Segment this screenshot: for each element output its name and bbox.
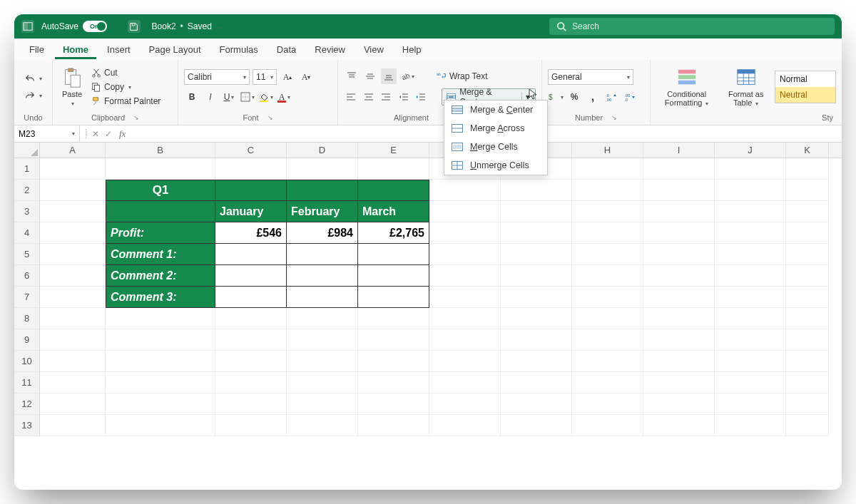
cell[interactable] [501, 265, 572, 287]
cell[interactable] [40, 180, 106, 201]
cell[interactable] [786, 180, 829, 201]
cell[interactable] [215, 415, 287, 436]
cell[interactable] [358, 415, 429, 436]
search-input[interactable]: Search [549, 18, 835, 35]
cell[interactable] [501, 201, 572, 222]
col-header[interactable]: I [643, 143, 715, 158]
cell[interactable] [786, 244, 829, 265]
fill-color-button[interactable]: ▾ [258, 89, 274, 105]
cell[interactable] [287, 372, 358, 394]
cell[interactable] [106, 351, 215, 372]
cell[interactable] [215, 244, 287, 265]
cell-profit-label[interactable]: Profit: [106, 222, 215, 244]
cell[interactable] [786, 351, 829, 372]
autosave-toggle[interactable]: AutoSave On [41, 21, 121, 32]
tab-home[interactable]: Home [55, 41, 96, 59]
cell[interactable] [715, 244, 786, 265]
decrease-font-button[interactable]: A▾ [298, 69, 314, 85]
cell[interactable] [106, 329, 215, 351]
cell[interactable] [215, 158, 287, 180]
cell[interactable] [501, 372, 572, 394]
cell[interactable] [40, 244, 106, 265]
number-format-dropdown[interactable]: General▾ [548, 69, 633, 85]
cell[interactable] [715, 180, 786, 201]
cell-month[interactable]: March [358, 201, 429, 222]
decrease-indent-button[interactable] [396, 89, 410, 105]
font-color-button[interactable]: A▾ [277, 89, 292, 105]
cell[interactable] [429, 287, 501, 308]
col-header[interactable]: J [715, 143, 786, 158]
col-header[interactable]: H [572, 143, 643, 158]
cell[interactable] [643, 244, 715, 265]
dialog-launcher-icon[interactable]: ↘ [611, 114, 617, 121]
cell[interactable] [715, 351, 786, 372]
cell[interactable] [643, 287, 715, 308]
cell[interactable] [358, 394, 429, 415]
cell[interactable] [786, 329, 829, 351]
row-header[interactable]: 8 [14, 308, 40, 329]
cell[interactable] [786, 308, 829, 329]
align-left-button[interactable] [344, 89, 358, 105]
tab-file[interactable]: File [21, 41, 52, 59]
cell[interactable] [572, 394, 643, 415]
cell[interactable] [786, 287, 829, 308]
menu-merge-cells[interactable]: Merge Cells [444, 138, 547, 156]
menu-merge-center[interactable]: Merge & Center [444, 101, 547, 119]
cell-comment-label[interactable]: Comment 1: [106, 244, 215, 265]
italic-button[interactable]: I [203, 89, 218, 105]
percent-format-button[interactable]: % [566, 89, 582, 105]
cell[interactable] [287, 329, 358, 351]
align-middle-button[interactable] [362, 68, 378, 84]
style-normal[interactable]: Normal [775, 71, 835, 87]
cell[interactable] [572, 201, 643, 222]
cell[interactable] [786, 201, 829, 222]
cell[interactable] [572, 222, 643, 244]
cell[interactable] [40, 372, 106, 394]
cell[interactable] [40, 201, 106, 222]
worksheet-grid[interactable]: A B C D E F G H I J K .col-headers .cF, … [14, 143, 842, 490]
cell[interactable] [501, 351, 572, 372]
cell[interactable] [287, 394, 358, 415]
wrap-text-button[interactable]: abWrap Text [435, 71, 489, 82]
cell[interactable] [643, 351, 715, 372]
cell[interactable] [358, 244, 429, 265]
decrease-decimal-button[interactable]: .00.0 [622, 89, 638, 105]
cell[interactable] [215, 329, 287, 351]
row-header[interactable]: 3 [14, 201, 40, 222]
document-title[interactable]: Book2 Saved ⌄ [152, 21, 222, 31]
cell[interactable] [215, 394, 287, 415]
cell-q1[interactable]: Q1 [106, 180, 215, 201]
cell[interactable] [358, 180, 429, 201]
cell[interactable] [429, 308, 501, 329]
cell[interactable] [106, 308, 215, 329]
dialog-launcher-icon[interactable]: ↘ [268, 114, 273, 121]
col-header[interactable]: A [40, 143, 106, 158]
row-header[interactable]: 4 [14, 222, 40, 244]
cell[interactable] [358, 351, 429, 372]
cell[interactable] [572, 265, 643, 287]
cell[interactable] [643, 329, 715, 351]
cell[interactable] [40, 158, 106, 180]
cell[interactable] [287, 351, 358, 372]
cell[interactable] [429, 415, 501, 436]
menu-unmerge-cells[interactable]: Unmerge Cells [444, 156, 547, 175]
cell[interactable] [715, 201, 786, 222]
col-header[interactable]: K [786, 143, 829, 158]
cell[interactable] [501, 244, 572, 265]
row-header[interactable]: 5 [14, 244, 40, 265]
cell[interactable] [501, 287, 572, 308]
cell[interactable] [715, 372, 786, 394]
cell-styles-gallery[interactable]: Normal Neutral [775, 71, 836, 103]
cell[interactable] [572, 308, 643, 329]
cell[interactable] [106, 201, 215, 222]
cell[interactable] [40, 351, 106, 372]
cell[interactable] [40, 415, 106, 436]
cell-month[interactable]: February [287, 201, 358, 222]
borders-button[interactable]: ▾ [240, 89, 255, 105]
cell[interactable] [715, 308, 786, 329]
accounting-format-button[interactable]: $▾ [548, 89, 564, 105]
cell[interactable] [643, 222, 715, 244]
increase-font-button[interactable]: A▴ [280, 69, 295, 85]
cell[interactable] [215, 372, 287, 394]
menu-merge-across[interactable]: Merge Across [444, 119, 547, 138]
